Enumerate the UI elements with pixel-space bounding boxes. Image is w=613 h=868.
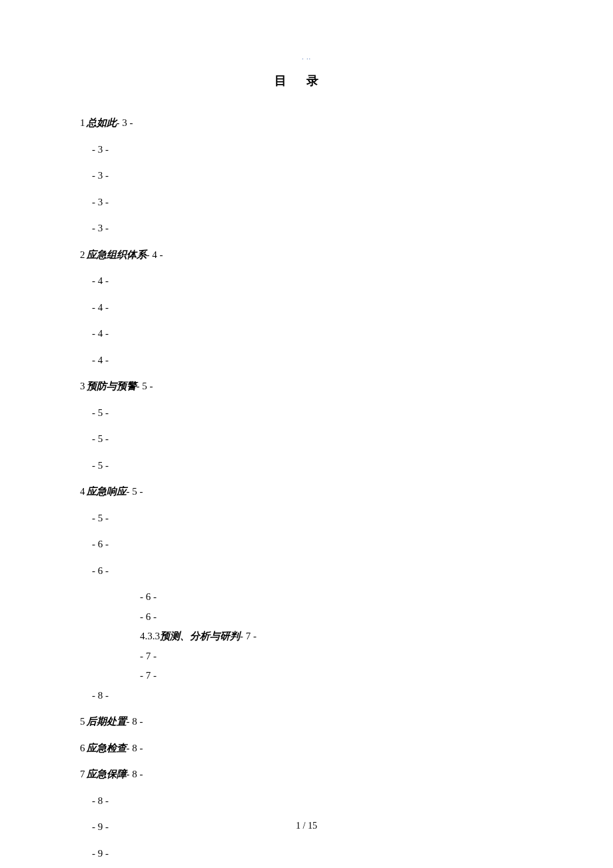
toc-entry: 1总如此- 3 - [80, 115, 533, 131]
toc-entry-page: - 7 - [140, 651, 157, 661]
toc-entry: - 7 - [80, 649, 533, 664]
toc-entry-number: 5 [80, 716, 85, 727]
toc-entry: 5后期处置- 8 - [80, 714, 533, 729]
toc-entry-number: 4 [80, 486, 85, 497]
toc-entry-page: - 4 - [92, 275, 109, 286]
toc-entry-page: - 9 - [92, 848, 109, 859]
page-footer: 1 / 15 [0, 821, 613, 831]
toc-entry-label: 应急保障 [87, 769, 127, 779]
toc-entry: 4应急响应- 5 - [80, 484, 533, 499]
toc-entry: - 5 - [80, 431, 533, 447]
toc-entry: - 6 - [80, 589, 533, 605]
toc-entry-page: - 5 - [92, 513, 109, 523]
toc-entry-page: - 4 - [92, 328, 109, 339]
toc-entry: - 3 - [80, 195, 533, 210]
toc-entry-page: - 5 - [92, 460, 109, 471]
toc-entry-label: 总如此 [87, 117, 117, 128]
toc-entry: - 5 - [80, 511, 533, 526]
toc-entry: - 3 - [80, 168, 533, 183]
toc-entry: 7应急保障- 8 - [80, 767, 533, 782]
toc-entry: 3预防与预警- 5 - [80, 379, 533, 394]
toc-entry: - 3 - [80, 142, 533, 157]
toc-entry: - 3 - [80, 221, 533, 236]
toc-entry-page: - 5 - [127, 486, 143, 497]
toc-entry: - 4 - [80, 353, 533, 368]
toc-entry: - 6 - [80, 537, 533, 552]
toc-entry-number: 6 [80, 743, 85, 753]
toc-entry-number: 2 [80, 249, 85, 260]
toc-entry-page: - 6 - [140, 591, 157, 602]
toc-entry-page: - 6 - [92, 565, 109, 576]
toc-entry-page: - 8 - [127, 716, 143, 727]
toc-entry-page: - 7 - [140, 670, 157, 681]
toc-entry-page: - 8 - [127, 769, 143, 779]
toc-entry-page: - 5 - [92, 433, 109, 444]
toc-entry-page: - 3 - [92, 197, 109, 207]
toc-entry-number: 4.3.3 [140, 631, 160, 641]
toc-entry-page: - 4 - [147, 249, 163, 260]
toc-entry: - 5 - [80, 405, 533, 421]
toc-entry: 6应急检查- 8 - [80, 741, 533, 756]
toc-entry-label: 预防与预警 [87, 381, 137, 391]
header-mark: . .. [80, 53, 533, 61]
toc-entry: 4.3.3预测、分析与研判- 7 - [80, 629, 533, 644]
toc-entry-number: 7 [80, 769, 85, 779]
toc-entry-page: - 8 - [92, 795, 109, 806]
toc-entry-page: - 3 - [92, 170, 109, 181]
toc-entry-page: - 4 - [92, 302, 109, 313]
toc-entry-label: 预测、分析与研判 [160, 631, 240, 641]
toc-entry: - 5 - [80, 458, 533, 473]
toc-entry: - 4 - [80, 273, 533, 289]
toc-entry: 2应急组织体系- 4 - [80, 247, 533, 263]
toc-entry-label: 后期处置 [87, 716, 127, 727]
toc-entry: - 7 - [80, 668, 533, 683]
toc-entry-page: - 7 - [240, 631, 257, 641]
toc-entry-label: 应急响应 [87, 486, 127, 497]
toc-entry-label: 应急检查 [87, 743, 127, 753]
toc-entry-page: - 8 - [127, 743, 143, 753]
toc-entry-page: - 3 - [117, 117, 133, 128]
document-page: . .. 目录 1总如此- 3 -- 3 -- 3 -- 3 -- 3 -2应急… [0, 0, 613, 868]
toc-entry-page: - 5 - [137, 381, 153, 391]
toc-entry-label: 应急组织体系 [87, 249, 147, 260]
toc-entry: - 8 - [80, 793, 533, 809]
toc-entry-page: - 6 - [140, 611, 157, 622]
toc-entry: - 4 - [80, 326, 533, 341]
toc-entry: - 6 - [80, 609, 533, 625]
toc-entry: - 8 - [80, 688, 533, 703]
toc-entry-page: - 5 - [92, 407, 109, 418]
toc-title: 目录 [80, 73, 533, 89]
toc-entry-number: 1 [80, 117, 85, 128]
toc-entry-number: 3 [80, 381, 85, 391]
toc-entry-page: - 3 - [92, 144, 109, 155]
toc-entry: - 9 - [80, 846, 533, 861]
toc-entry-page: - 3 - [92, 223, 109, 233]
toc-entry-page: - 6 - [92, 539, 109, 549]
table-of-contents: 1总如此- 3 -- 3 -- 3 -- 3 -- 3 -2应急组织体系- 4 … [80, 115, 533, 861]
toc-entry: - 4 - [80, 300, 533, 315]
toc-entry-page: - 4 - [92, 355, 109, 365]
toc-entry: - 6 - [80, 563, 533, 579]
toc-entry-page: - 8 - [92, 690, 109, 701]
